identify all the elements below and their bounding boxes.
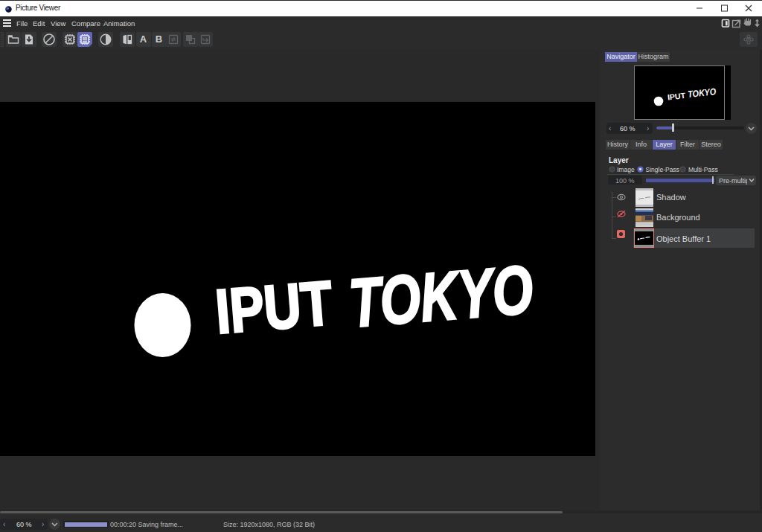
svg-text:IPUT: IPUT: [667, 91, 686, 102]
svg-text:TOKYO: TOKYO: [346, 251, 535, 341]
svg-text:IPUT: IPUT: [213, 268, 335, 347]
svg-text:TOKYO: TOKYO: [688, 86, 717, 100]
